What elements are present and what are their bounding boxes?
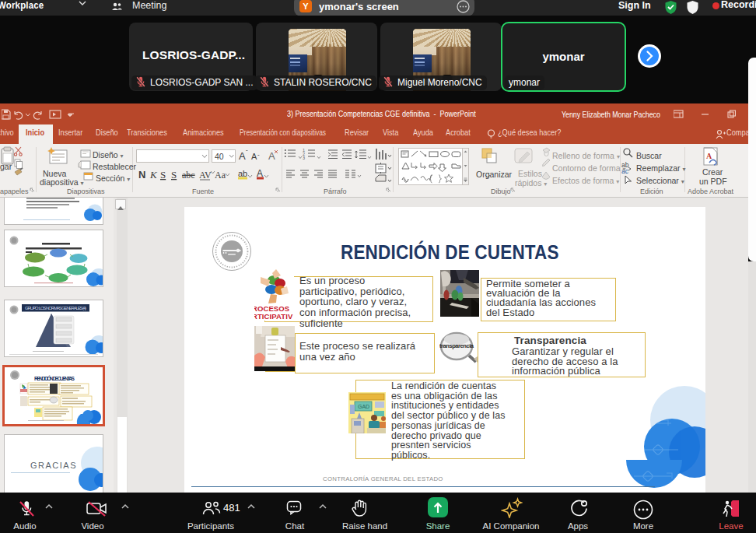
svg-text:GRUPO : LOS NORMAS GENERALES (: GRUPO : LOS NORMAS GENERALES (4) [25, 306, 86, 310]
svg-text:GRACIAS: GRACIAS [30, 461, 77, 470]
svg-text:A: A [706, 152, 712, 160]
svg-text:ab: ab [238, 169, 247, 178]
svg-text:abc: abc [182, 170, 195, 181]
svg-text:ˆ: ˆ [246, 149, 248, 156]
svg-text:3: 3 [303, 156, 305, 160]
svg-text:gar: gar [0, 162, 12, 171]
svg-text:A: A [251, 152, 257, 161]
svg-text:S: S [160, 169, 166, 181]
svg-text:Aa: Aa [215, 170, 226, 181]
svg-text:40: 40 [215, 152, 224, 161]
svg-text:K: K [149, 169, 158, 181]
svg-text:A: A [268, 150, 275, 162]
svg-text:ˇ: ˇ [257, 153, 260, 160]
svg-text:AV: AV [199, 170, 212, 181]
svg-text:transparencia: transparencia [439, 342, 474, 349]
svg-text:N: N [138, 169, 145, 181]
svg-text:S: S [171, 169, 177, 181]
svg-text:RENDICIÓN DE CUENTAS: RENDICIÓN DE CUENTAS [34, 375, 75, 381]
svg-text:GAD: GAD [358, 404, 369, 409]
svg-text:A: A [239, 150, 246, 162]
